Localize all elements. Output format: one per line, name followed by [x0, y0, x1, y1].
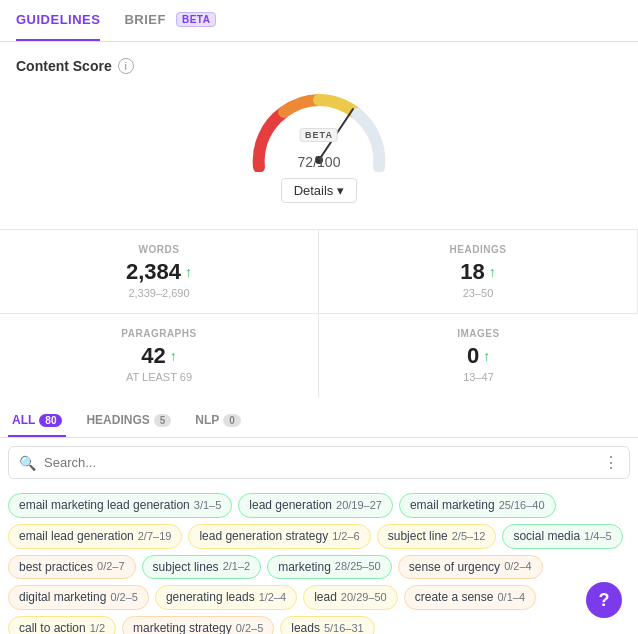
help-button[interactable]: ?	[586, 582, 622, 618]
tag-tab-headings[interactable]: HEADINGS 5	[82, 405, 175, 437]
tab-brief[interactable]: BRIEF BETA	[124, 0, 216, 41]
tab-guidelines[interactable]: GUIDELINES	[16, 0, 100, 41]
gauge-score: 72/100	[298, 144, 341, 172]
tag-item[interactable]: sense of urgency 0/2–4	[398, 555, 543, 580]
images-value: 0 ↑	[343, 343, 614, 369]
tag-item[interactable]: best practices 0/2–7	[8, 555, 136, 580]
beta-badge: BETA	[176, 12, 216, 27]
images-label: IMAGES	[343, 328, 614, 339]
stat-images: IMAGES 0 ↑ 13–47	[319, 314, 638, 397]
search-input[interactable]	[44, 455, 595, 470]
headings-value: 18 ↑	[343, 259, 613, 285]
tag-item[interactable]: subject lines 2/1–2	[142, 555, 262, 580]
gauge-wrap: BETA 72/100	[239, 82, 399, 172]
tag-item[interactable]: leads 5/16–31	[280, 616, 374, 634]
tag-item[interactable]: social media 1/4–5	[502, 524, 622, 549]
stat-paragraphs: PARAGRAPHS 42 ↑ AT LEAST 69	[0, 314, 319, 397]
gauge-beta-label: BETA	[300, 128, 338, 142]
words-value: 2,384 ↑	[24, 259, 294, 285]
tag-item[interactable]: lead generation 20/19–27	[238, 493, 393, 518]
tags-cloud: email marketing lead generation 3/1–5lea…	[0, 487, 638, 634]
paragraphs-range: AT LEAST 69	[24, 371, 294, 383]
tag-item[interactable]: generating leads 1/2–4	[155, 585, 297, 610]
info-icon[interactable]: i	[118, 58, 134, 74]
main-tabs: GUIDELINES BRIEF BETA	[0, 0, 638, 42]
tag-tab-all[interactable]: ALL 80	[8, 405, 66, 437]
images-trend-icon: ↑	[483, 348, 490, 364]
paragraphs-label: PARAGRAPHS	[24, 328, 294, 339]
paragraphs-value: 42 ↑	[24, 343, 294, 369]
chevron-down-icon: ▾	[337, 183, 344, 198]
tag-item[interactable]: digital marketing 0/2–5	[8, 585, 149, 610]
stat-headings: HEADINGS 18 ↑ 23–50	[319, 230, 638, 314]
content-score-title: Content Score i	[16, 58, 622, 74]
tag-item[interactable]: lead generation strategy 1/2–6	[188, 524, 370, 549]
tag-item[interactable]: email marketing lead generation 3/1–5	[8, 493, 232, 518]
tag-item[interactable]: email marketing 25/16–40	[399, 493, 556, 518]
filter-icon[interactable]: ⋮	[603, 453, 619, 472]
images-range: 13–47	[343, 371, 614, 383]
paragraphs-trend-icon: ↑	[170, 348, 177, 364]
gauge-container: BETA 72/100 Details ▾	[16, 82, 622, 209]
words-label: WORDS	[24, 244, 294, 255]
stats-grid: WORDS 2,384 ↑ 2,339–2,690 HEADINGS 18 ↑ …	[0, 229, 638, 397]
search-bar: 🔍 ⋮	[8, 446, 630, 479]
tag-item[interactable]: call to action 1/2	[8, 616, 116, 634]
gauge-center: BETA 72/100	[298, 126, 341, 172]
headings-label: HEADINGS	[343, 244, 613, 255]
tag-item[interactable]: create a sense 0/1–4	[404, 585, 536, 610]
tag-tabs: ALL 80HEADINGS 5NLP 0	[0, 405, 638, 438]
headings-trend-icon: ↑	[489, 264, 496, 280]
tag-item[interactable]: marketing 28/25–50	[267, 555, 392, 580]
tag-tab-nlp[interactable]: NLP 0	[191, 405, 245, 437]
content-score-section: Content Score i BETA	[0, 42, 638, 221]
search-icon: 🔍	[19, 455, 36, 471]
stat-words: WORDS 2,384 ↑ 2,339–2,690	[0, 230, 319, 314]
headings-range: 23–50	[343, 287, 613, 299]
details-button[interactable]: Details ▾	[281, 178, 358, 203]
words-trend-icon: ↑	[185, 264, 192, 280]
tag-item[interactable]: lead 20/29–50	[303, 585, 398, 610]
tag-item[interactable]: marketing strategy 0/2–5	[122, 616, 274, 634]
words-range: 2,339–2,690	[24, 287, 294, 299]
tag-item[interactable]: email lead generation 2/7–19	[8, 524, 182, 549]
tag-item[interactable]: subject line 2/5–12	[377, 524, 497, 549]
